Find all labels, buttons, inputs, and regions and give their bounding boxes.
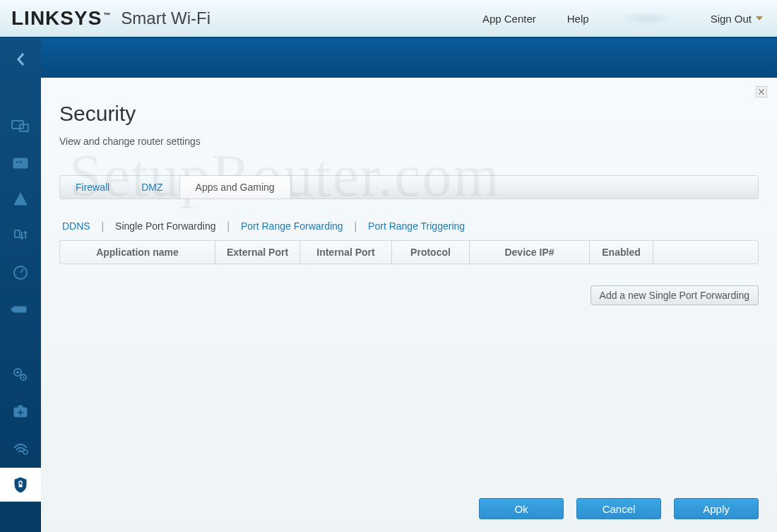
medkit-icon xyxy=(12,404,29,418)
sidebar-item-security[interactable] xyxy=(0,468,41,502)
svg-point-15 xyxy=(23,450,28,454)
sidebar-item-parental-controls[interactable] xyxy=(0,182,41,216)
svg-point-11 xyxy=(17,372,19,374)
page-title: Security xyxy=(59,78,759,126)
col-device-ip: Device IP# xyxy=(470,241,590,264)
sign-out-link[interactable]: Sign Out xyxy=(711,13,763,25)
sidebar-item-troubleshooting[interactable] xyxy=(0,394,41,428)
linksys-logo: LINKSYS™ xyxy=(11,7,111,30)
gauge-icon xyxy=(13,265,28,280)
wifi-icon xyxy=(12,441,29,455)
col-enabled: Enabled xyxy=(590,241,653,264)
content-panel: ✕ SetupRouter.com Security View and chan… xyxy=(41,78,777,532)
svg-rect-14 xyxy=(18,406,23,408)
col-external-port: External Port xyxy=(215,241,300,264)
action-buttons: Ok Cancel Apply xyxy=(479,498,759,519)
sidebar-item-speed-test[interactable] xyxy=(0,256,41,290)
warning-icon xyxy=(13,191,28,207)
main-area: ✕ SetupRouter.com Security View and chan… xyxy=(41,38,777,532)
blue-banner xyxy=(41,38,777,78)
help-link[interactable]: Help xyxy=(567,13,589,25)
cancel-button[interactable]: Cancel xyxy=(576,498,661,519)
sign-out-label: Sign Out xyxy=(711,13,752,25)
subnav-single-port-forwarding[interactable]: Single Port Forwarding xyxy=(112,220,218,232)
subnav-ddns[interactable]: DDNS xyxy=(59,220,93,232)
close-panel-button[interactable]: ✕ xyxy=(756,86,767,97)
col-application-name: Application name xyxy=(60,241,215,264)
tab-dmz[interactable]: DMZ xyxy=(126,176,179,199)
collapse-sidebar-button[interactable] xyxy=(16,51,25,71)
port-forwarding-table: Application name External Port Internal … xyxy=(59,240,759,264)
usb-icon xyxy=(11,304,30,315)
page-subtitle: View and change router settings xyxy=(59,136,759,147)
tabs-row: Firewall DMZ Apps and Gaming xyxy=(59,175,759,199)
shield-lock-icon xyxy=(13,476,28,493)
ok-button[interactable]: Ok xyxy=(479,498,564,519)
svg-rect-5 xyxy=(15,230,20,237)
add-port-forwarding-button[interactable]: Add a new Single Port Forwarding xyxy=(591,285,759,305)
sidebar-item-wireless[interactable] xyxy=(0,431,41,465)
sidebar xyxy=(0,38,41,532)
svg-rect-16 xyxy=(18,484,23,487)
trademark-symbol: ™ xyxy=(103,11,111,19)
product-name: Smart Wi-Fi xyxy=(121,8,210,28)
col-actions xyxy=(653,241,758,264)
devices-icon xyxy=(11,119,30,133)
app-header: LINKSYS™ Smart Wi-Fi App Center Help Sig… xyxy=(0,0,777,38)
col-protocol: Protocol xyxy=(392,241,470,264)
tab-firewall[interactable]: Firewall xyxy=(60,176,126,199)
logo-text: LINKSYS xyxy=(11,7,102,30)
gears-icon xyxy=(12,367,29,382)
svg-rect-8 xyxy=(11,308,14,311)
svg-rect-4 xyxy=(19,161,22,163)
apply-button[interactable]: Apply xyxy=(674,498,759,519)
svg-rect-7 xyxy=(13,307,26,312)
prioritization-icon xyxy=(13,228,28,244)
sidebar-item-connectivity[interactable] xyxy=(0,357,41,391)
sidebar-item-guest-access[interactable] xyxy=(0,146,41,179)
subnav-port-range-forwarding[interactable]: Port Range Forwarding xyxy=(238,220,346,232)
sub-navigation: DDNS | Single Port Forwarding | Port Ran… xyxy=(59,220,759,232)
sidebar-item-network-map[interactable] xyxy=(0,109,41,143)
tab-apps-and-gaming[interactable]: Apps and Gaming xyxy=(179,176,291,199)
sidebar-item-media-prioritization[interactable] xyxy=(0,219,41,253)
app-center-link[interactable]: App Center xyxy=(482,13,536,25)
svg-rect-3 xyxy=(16,161,18,163)
calendar-icon xyxy=(12,155,29,170)
svg-point-12 xyxy=(23,377,24,378)
col-internal-port: Internal Port xyxy=(300,241,392,264)
user-email-blurred xyxy=(619,12,675,25)
caret-down-icon xyxy=(756,16,763,20)
subnav-port-range-triggering[interactable]: Port Range Triggering xyxy=(365,220,468,232)
sidebar-item-usb-storage[interactable] xyxy=(0,292,41,326)
